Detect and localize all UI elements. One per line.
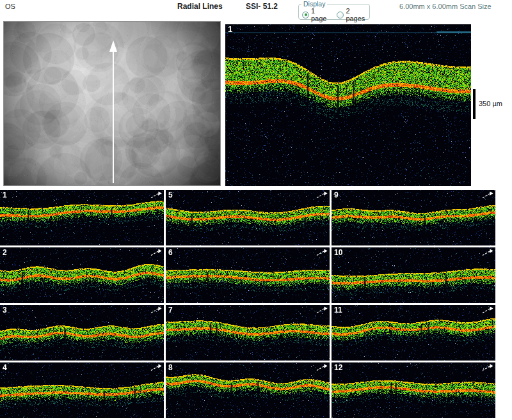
bscan-thumbnail-number: 10 <box>334 248 342 257</box>
bscan-thumbnail-6[interactable]: 6 <box>166 247 330 303</box>
scan-direction-arrow-icon <box>481 191 494 199</box>
scan-size-label: 6.00mm x 6.00mm Scan Size <box>399 3 492 10</box>
bscan-thumbnail-image <box>332 247 495 303</box>
bscan-thumbnail-image <box>0 362 164 418</box>
radio-option-2[interactable]: 2 pages <box>337 7 369 22</box>
bscan-thumbnail-image <box>166 190 330 245</box>
bscan-thumbnail-8[interactable]: 8 <box>166 362 330 418</box>
scan-direction-arrow-icon <box>481 249 494 256</box>
scan-direction-arrow-icon <box>316 249 328 256</box>
scan-direction-arrow-icon <box>150 364 163 371</box>
bscan-thumbnail-image <box>0 305 164 361</box>
radio-option-1[interactable]: 1 page <box>302 7 331 22</box>
bscan-thumbnail-number: 11 <box>334 306 342 315</box>
bscan-thumbnail-number: 5 <box>168 191 173 199</box>
primary-bscan-panel: 1 <box>225 24 471 186</box>
radio-option-label: 1 page <box>311 7 331 22</box>
primary-bscan-image[interactable] <box>225 24 471 186</box>
bscan-thumbnail-3[interactable]: 3 <box>0 305 164 361</box>
radio-button-icon[interactable] <box>302 12 309 19</box>
bscan-thumbnail-number: 3 <box>3 306 7 315</box>
eye-label: OS <box>5 3 15 10</box>
bscan-thumbnail-number: 7 <box>168 306 173 315</box>
bscan-thumbnail-5[interactable]: 5 <box>166 190 330 245</box>
thickness-measurement-label: 350 µm <box>479 100 502 107</box>
oct-review-window: OS Radial Lines SSI- 51.2 Display 1 page… <box>0 0 512 420</box>
bscan-thumbnail-7[interactable]: 7 <box>166 305 330 361</box>
scan-direction-arrow-icon <box>481 364 494 371</box>
bscan-thumbnail-number: 8 <box>168 363 173 372</box>
ssi-value-label: SSI- 51.2 <box>246 2 278 11</box>
scan-direction-arrow-icon <box>150 191 163 199</box>
bscan-thumbnail-image <box>0 190 164 245</box>
bscan-thumbnail-number: 9 <box>334 191 339 199</box>
scan-position-arrow[interactable] <box>4 22 220 185</box>
bscan-thumbnail-2[interactable]: 2 <box>0 247 164 303</box>
scan-direction-arrow-icon <box>150 249 163 256</box>
bscan-thumbnail-4[interactable]: 4 <box>0 362 164 418</box>
bscan-thumbnail-1[interactable]: 1 <box>0 190 164 245</box>
bscan-thumbnail-image <box>332 190 495 245</box>
fundus-image-panel <box>3 21 221 186</box>
display-radio-row: 1 page2 pages <box>299 7 369 22</box>
display-groupbox: Display 1 page2 pages <box>298 0 370 20</box>
radio-button-icon[interactable] <box>337 12 344 19</box>
bscan-thumbnail-number: 12 <box>334 363 342 372</box>
primary-bscan-number: 1 <box>228 25 232 34</box>
scan-direction-arrow-icon <box>481 306 494 314</box>
scan-mode-title: Radial Lines <box>177 2 223 11</box>
bscan-thumbnail-image <box>332 305 495 361</box>
scan-direction-arrow-icon <box>150 306 163 314</box>
scan-direction-arrow-icon <box>316 191 328 199</box>
bscan-thumbnail-image <box>0 247 164 303</box>
bscan-thumbnail-number: 4 <box>3 363 7 372</box>
bscan-thumbnail-9[interactable]: 9 <box>332 190 495 245</box>
bscan-thumbnail-10[interactable]: 10 <box>332 247 495 303</box>
thickness-caliper-bar <box>473 89 476 119</box>
bscan-thumbnail-number: 2 <box>3 248 7 257</box>
bscan-thumbnail-12[interactable]: 12 <box>332 362 495 418</box>
scan-direction-arrow-icon <box>316 364 328 371</box>
bscan-thumbnail-image <box>166 362 330 418</box>
bscan-thumbnail-number: 6 <box>168 248 173 257</box>
radio-option-label: 2 pages <box>346 7 369 22</box>
bscan-thumbnail-image <box>332 362 495 418</box>
scan-direction-arrow-icon <box>316 306 328 314</box>
bscan-thumbnail-image <box>166 305 330 361</box>
bscan-thumbnail-11[interactable]: 11 <box>332 305 495 361</box>
bscan-thumbnail-image <box>166 247 330 303</box>
bscan-thumbnail-number: 1 <box>3 191 7 199</box>
